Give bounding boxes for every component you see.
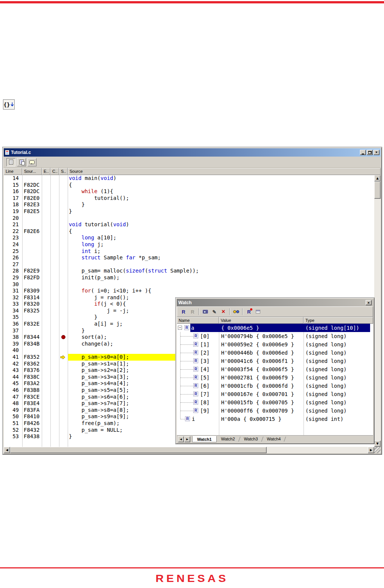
editor-toolbar (4, 157, 381, 168)
code-text: void tutorial(void) (69, 221, 129, 228)
view-source-button[interactable] (6, 158, 15, 166)
watch-variable-icon: R (193, 400, 198, 405)
source-row[interactable]: 21void tutorial(void) (4, 221, 374, 228)
watch-row[interactable]: R[4]H'00003f54 { 0x0006f5 }(signed long) (177, 365, 373, 373)
source-row[interactable]: 29F82FD init(p_sam); (4, 274, 374, 281)
restore-icon (368, 151, 372, 154)
source-row[interactable]: 27 (4, 261, 374, 268)
tab-scroll-left-icon[interactable]: ◀ (178, 436, 184, 442)
line-number: 38 (4, 334, 22, 341)
watch-column-header-type[interactable]: Type (304, 317, 373, 324)
source-row[interactable]: 15F82DC{ (4, 182, 374, 189)
watch-column-header-name[interactable]: Name (177, 317, 219, 324)
code-text: p_sam->s6=a[6]; (69, 394, 129, 401)
source-address: F8426 (24, 420, 39, 427)
source-row[interactable]: 23 long a[10]; (4, 235, 374, 241)
display-format-button[interactable] (232, 308, 240, 315)
source-row[interactable]: 24 long j; (4, 241, 374, 248)
vertical-scroll-thumb[interactable] (374, 181, 381, 199)
watch-row[interactable]: R[1]H'000059e2 { 0x0006e9 }(signed long) (177, 340, 373, 349)
toolbar-separator (229, 308, 230, 315)
line-number: 48 (4, 400, 22, 407)
editor-title-bar[interactable]: Tutorial.c × (4, 148, 381, 157)
watch-row[interactable]: R[9]H'00000ff6 { 0x000709 }(signed long) (177, 407, 373, 415)
horizontal-scroll-thumb[interactable] (10, 447, 267, 453)
annotation-button[interactable] (27, 158, 36, 166)
source-row[interactable]: 25 int i; (4, 248, 374, 255)
watch-type: (signed long) (305, 349, 347, 357)
watch-variable-icon: R (193, 408, 198, 413)
resize-grip[interactable] (374, 447, 381, 453)
record-button[interactable] (201, 308, 209, 315)
source-row[interactable]: 16F82DC while (1){ (4, 188, 374, 195)
scroll-down-icon[interactable]: ▼ (374, 440, 381, 447)
source-row[interactable]: 18F82E3 } (4, 201, 374, 208)
watch-row[interactable]: −Ra{ 0x0006e5 }(signed long[10]) (177, 324, 373, 332)
watch-row[interactable]: R[7]H'0000167e { 0x000701 }(signed long) (177, 390, 373, 398)
watch-close-button[interactable]: × (366, 300, 372, 305)
toolbar-separator (242, 308, 243, 315)
line-number: 43 (4, 367, 22, 374)
source-address: F834B (24, 341, 39, 347)
add-watch-button[interactable]: R (179, 308, 188, 315)
watch-row[interactable]: RiH'000a { 0x000715 }(signed int) (177, 415, 373, 423)
column-header-source[interactable]: Source (68, 168, 381, 175)
source-row[interactable]: 26 struct Sample far *p_sam; (4, 254, 374, 261)
code-text: p_sam->s7=a[7]; (69, 400, 129, 407)
watch-row[interactable]: R[2]H'0000446b { 0x0006ed }(signed long) (177, 349, 373, 357)
breakpoint-icon[interactable] (61, 335, 65, 339)
source-row[interactable]: 22F82E6{ (4, 228, 374, 235)
close-button[interactable]: × (373, 150, 379, 155)
watch-column-header-value[interactable]: Value (219, 317, 304, 324)
scroll-up-icon[interactable]: ▲ (374, 175, 381, 181)
watch-title-bar[interactable]: Watch × (177, 299, 373, 306)
source-row[interactable]: 30 (4, 281, 374, 288)
tab-watch4[interactable]: Watch4 (263, 436, 285, 442)
column-header-s[interactable]: S.. (59, 168, 68, 175)
scroll-right-icon[interactable]: ▶ (368, 447, 374, 453)
line-number: 26 (4, 254, 22, 261)
source-row[interactable]: 17F82E0 tutorial(); (4, 195, 374, 202)
watch-row[interactable]: R[3]H'000041c6 { 0x0006f1 }(signed long) (177, 357, 373, 365)
minimize-button[interactable] (360, 150, 366, 155)
tab-watch1[interactable]: Watch1 (192, 436, 217, 442)
vertical-scrollbar[interactable]: ▲ ▼ (374, 175, 381, 447)
properties-button[interactable] (254, 308, 262, 315)
watch-row[interactable]: R[8]H'000015fb { 0x000705 }(signed long) (177, 398, 373, 407)
comment-bubble-icon (29, 160, 35, 164)
scroll-left-icon[interactable]: ◀ (4, 447, 10, 453)
watch-row[interactable]: R[0]H'0000794b { 0x0006e5 }(signed long) (177, 332, 373, 340)
code-text: struct Sample far *p_sam; (69, 254, 161, 261)
view-mixed-button[interactable] (17, 158, 26, 166)
watch-type: (signed long) (305, 357, 347, 365)
line-number: 45 (4, 380, 22, 387)
source-row[interactable]: 31F8309 for( i=0; i<10; i++ ){ (4, 288, 374, 294)
restore-button[interactable] (367, 150, 373, 155)
delete-all-button[interactable]: R (245, 308, 253, 315)
tab-watch2[interactable]: Watch2 (217, 436, 240, 442)
line-number: 37 (4, 328, 22, 334)
step-arrow-icon (11, 102, 14, 107)
source-row[interactable]: 28F82E9 p_sam= malloc(sizeof(struct Samp… (4, 268, 374, 274)
column-header-line[interactable]: Line (4, 168, 22, 175)
horizontal-scrollbar[interactable]: ◀ ▶ (4, 447, 374, 453)
watch-type: (signed long) (305, 332, 347, 340)
source-row[interactable]: 19F82E5} (4, 208, 374, 215)
watch-row[interactable]: R[6]H'00001cfb { 0x0006fd }(signed long) (177, 382, 373, 390)
code-text: } (69, 208, 72, 215)
tab-scroll-right-icon[interactable]: ▶ (184, 436, 190, 442)
tab-watch3[interactable]: Watch3 (240, 436, 263, 442)
source-row[interactable]: 20 (4, 215, 374, 222)
delete-icon: × (222, 308, 225, 315)
code-text: tutorial(); (69, 195, 129, 202)
column-header-sour[interactable]: Sour... (22, 168, 42, 175)
edit-value-button[interactable]: ✎ (210, 308, 219, 315)
column-header-e[interactable]: E.. (42, 168, 50, 175)
delete-watch-button[interactable]: × (219, 308, 228, 315)
source-row[interactable]: 14void main(void) (4, 175, 374, 182)
watch-row[interactable]: R[5]H'00002781 { 0x0006f9 }(signed long) (177, 373, 373, 382)
camera-icon (203, 310, 208, 314)
collapse-icon[interactable]: − (178, 326, 182, 330)
step-button[interactable]: {} (3, 99, 15, 110)
column-header-c[interactable]: C.. (50, 168, 59, 175)
